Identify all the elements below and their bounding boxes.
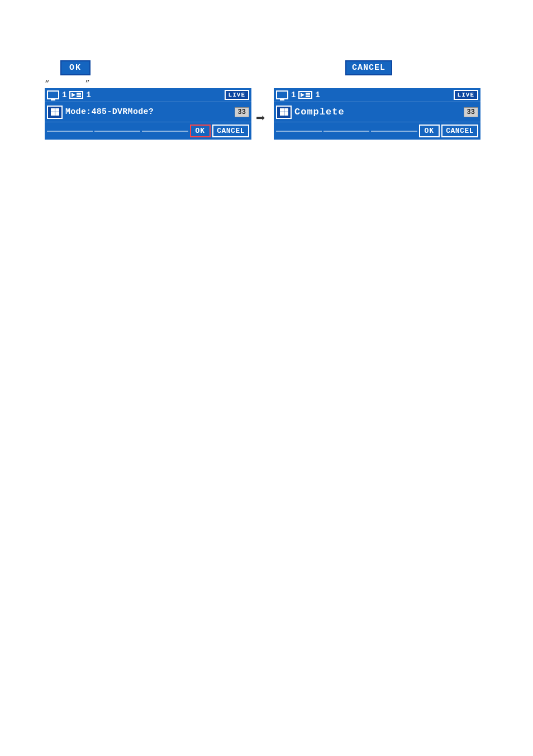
right-content-row: Complete 33 — [274, 102, 480, 122]
grid-icon-right — [276, 106, 292, 119]
quote-right: ” — [85, 79, 89, 88]
right-channel-num: 1 — [291, 90, 296, 99]
right-live-badge: LIVE — [454, 90, 478, 100]
right-ok-button[interactable]: OK — [419, 125, 440, 137]
right-content-text: Complete — [294, 107, 461, 117]
quote-left: “ — [45, 79, 49, 88]
monitor-icon-left — [47, 90, 59, 99]
dvr-icon-left — [69, 91, 83, 99]
left-ok-button[interactable]: OK — [190, 125, 211, 137]
monitor-icon-right — [276, 90, 288, 99]
left-dvr-channel: 1 — [86, 90, 91, 99]
left-screen-panel: 1 1 LIVE Mode:485-DVRMod — [45, 88, 251, 140]
right-num-badge: 33 — [464, 107, 478, 117]
right-cancel-button[interactable]: CANCEL — [441, 125, 478, 137]
right-dvr-channel: 1 — [315, 90, 320, 99]
arrow-between-panels: ➡ — [256, 109, 265, 128]
left-bottom-bar: OK CANCEL — [45, 122, 251, 140]
right-status-bar: 1 1 LIVE — [274, 88, 480, 102]
left-content-row: Mode:485-DVRMode? 33 — [45, 102, 251, 122]
left-num-badge: 33 — [235, 107, 249, 117]
right-bottom-bar: OK CANCEL — [274, 122, 480, 140]
ok-top-button[interactable]: OK — [60, 60, 91, 75]
left-status-bar: 1 1 LIVE — [45, 88, 251, 102]
left-cancel-button[interactable]: CANCEL — [212, 125, 249, 137]
right-screen-panel: 1 1 LIVE Complete 33 — [274, 88, 480, 140]
cancel-top-button[interactable]: CANCEL — [345, 60, 392, 75]
left-channel-num: 1 — [62, 90, 66, 99]
left-content-text: Mode:485-DVRMode? — [65, 107, 232, 117]
dvr-icon-right — [298, 91, 312, 99]
left-live-badge: LIVE — [225, 90, 249, 100]
grid-icon-left — [47, 106, 63, 119]
